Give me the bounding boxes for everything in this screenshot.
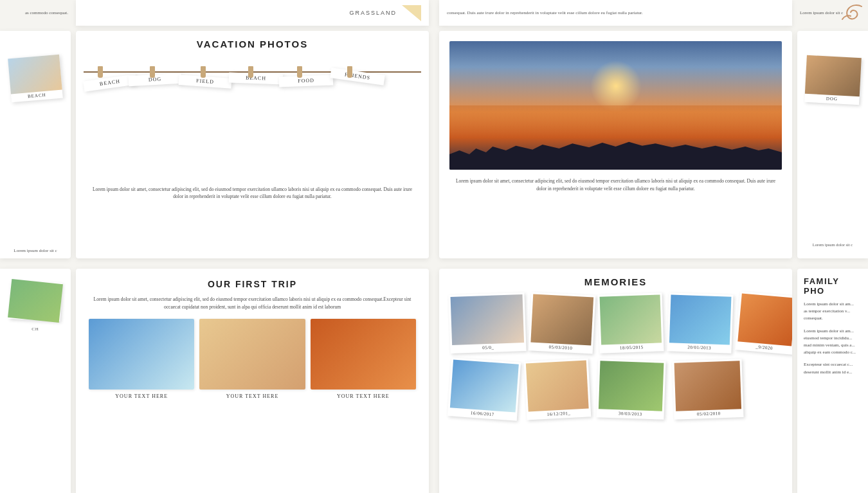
first-trip-caption-2: YOUR TEXT HERE [226,393,279,399]
clothespin-6 [347,66,352,78]
top-left-text: as commodo consequat. [25,10,68,15]
top-right-text: Lorem ipsum dolor sit c [800,10,843,15]
row2-left-partial-card: CH [0,269,71,493]
first-trip-caption-1: YOUR TEXT HERE [115,393,168,399]
large-photo-text: Lorem ipsum dolor sit amet, consectetur … [449,177,782,193]
clothespin-4 [248,66,253,78]
memory-photo-4: 20/01/2013 [667,292,733,353]
family-photo-text-2: Lorem ipsum dolor sit am...eiusmod tempo… [804,328,862,357]
top-center-right-text: consequat. Duis aute irure dolor in repr… [447,10,643,15]
first-trip-caption-3: YOUR TEXT HERE [337,393,390,399]
family-photo-title: FAMILY PHO [804,276,862,296]
clothespin-3 [201,66,206,78]
decorative-shape [402,5,421,21]
memory-photo-9: 05/02/2010 [672,359,743,420]
partial-polaroid-beach: BEACH [8,55,63,103]
polaroid-beach2: BEACH [229,73,284,85]
memories-title: MEMORIES [449,276,782,287]
memory-photo-2: 05/03/2010 [529,292,596,354]
first-trip-title: OUR FIRST TRIP [89,279,416,289]
row2-left-partial-label: CH [32,327,39,332]
first-trip-photo-frame-1 [89,319,194,390]
row1-left-bottom-text: Lorem ipsum dolor sit c [11,243,59,258]
memories-card: MEMORIES 05/0_ 05/03/2010 18/05/2015 [439,269,792,493]
memory-img-5 [737,294,792,346]
large-photo-frame [449,41,782,170]
vacation-body-text: Lorem ipsum dolor sit amet, consectetur … [86,186,419,201]
polaroid-friends: FRIENDS [330,67,384,85]
clothespin-1 [98,66,103,78]
partial-photo-field-2 [8,279,63,323]
memory-photo-8: 30/03/2013 [596,359,665,420]
family-photo-text-1: Lorem ipsum dolor sit am...as tempor exe… [804,301,862,323]
memory-date-3: 18/05/2015 [601,343,662,353]
memory-img-6 [450,360,519,413]
partial-photo-dog-right [804,55,861,96]
first-trip-photo-2: YOUR TEXT HERE [199,319,305,486]
ocean-reflection [449,105,782,131]
first-trip-photo-1: YOUR TEXT HERE [89,319,194,486]
vacation-title: VACATION PHOTOS [86,39,419,49]
family-photo-text-3: Excepteur sint occaecat c...deserunt mol… [804,361,862,375]
row2-left-partial-content: CH [0,269,71,345]
memory-date-1: 05/0_ [452,343,524,354]
sunset-photo [449,41,782,170]
memory-photo-5: _9/2020 [735,291,792,354]
first-trip-photo-frame-2 [199,319,305,390]
first-trip-body: Lorem ipsum dolor sit amet, consectetur … [89,296,416,311]
partial-photo-beach [8,55,62,94]
row1-right-partial-card: DOG Lorem ipsum dolor sit c [797,31,868,258]
silhouette-people [449,131,782,170]
memory-img-4 [669,294,732,345]
memory-date-9: 05/02/2010 [676,409,741,420]
clothesline-area: BEACH DOG FIELD BEACH FOOD [84,52,421,181]
clothespin-5 [297,66,302,78]
memory-img-2 [530,294,593,346]
polaroid-food: FOOD [279,75,334,87]
memory-date-8: 30/03/2013 [598,409,662,419]
first-trip-photo-3: YOUR TEXT HERE [311,319,416,486]
memory-photo-3: 18/05/2015 [597,292,664,353]
memories-grid: 05/0_ 05/03/2010 18/05/2015 20/01/2013 _… [449,292,782,489]
sun-glow [590,60,642,112]
row1-left-partial-card: BEACH Lorem ipsum dolor sit c [0,31,71,258]
first-trip-photo-frame-3 [311,319,416,390]
memory-img-1 [451,294,525,345]
partial-polaroid-dog-right: DOG [804,55,862,105]
first-trip-card: OUR FIRST TRIP Lorem ipsum dolor sit ame… [76,269,429,493]
memory-img-9 [674,361,742,411]
partial-polaroid-field-2 [8,280,62,321]
svg-marker-0 [402,5,421,21]
memory-img-7 [526,361,589,412]
first-trip-photo-row: YOUR TEXT HERE YOUR TEXT HERE YOUR TEXT … [89,319,416,486]
polaroid-dog-label: DOG [129,73,182,86]
sunset-photo-card: Lorem ipsum dolor sit amet, consectetur … [439,31,792,258]
memory-img-3 [600,294,662,345]
memory-date-4: 20/01/2013 [669,343,729,353]
vacation-photos-card: VACATION PHOTOS BEACH [76,31,429,258]
clothespin-2 [150,66,155,78]
polaroid-food-label: FOOD [279,75,334,87]
memory-img-8 [599,361,664,411]
polaroid-beach2-label: BEACH [229,73,284,85]
family-photo-partial-card: FAMILY PHO Lorem ipsum dolor sit am...as… [797,269,868,493]
grassland-label: GRASSLAND [349,10,397,16]
memory-photo-7: 16/12/201_ [524,358,592,420]
row1-right-bottom-text: Lorem ipsum dolor sit c [810,237,855,252]
polaroid-friends-label: FRIENDS [330,67,384,85]
polaroid-dog: DOG [129,73,182,86]
memory-photo-6: 16/06/2017 [448,357,521,420]
memory-photo-1: 05/0_ [448,292,526,354]
